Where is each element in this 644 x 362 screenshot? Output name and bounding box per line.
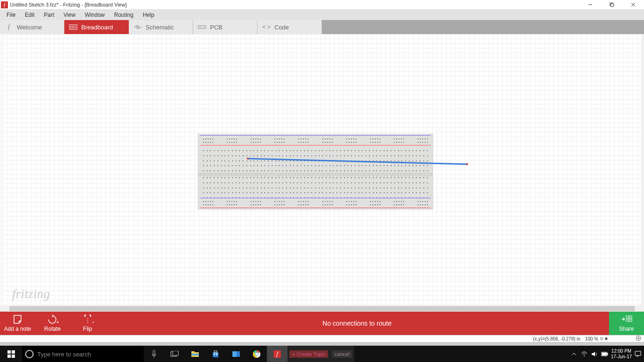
tab-pcb[interactable]: PCB xyxy=(193,20,258,34)
tab-breadboard[interactable]: Breadboard xyxy=(64,20,129,34)
power-rail-bottom xyxy=(198,198,433,208)
tab-schematic[interactable]: Schematic xyxy=(129,20,193,34)
rail-line-blue xyxy=(200,135,431,136)
tab-label: PCB xyxy=(210,24,223,31)
zoom-slider-thumb[interactable] xyxy=(605,337,608,340)
code-icon: < > xyxy=(262,24,271,30)
tab-label: Welcome xyxy=(17,24,42,31)
svg-rect-47 xyxy=(602,353,607,355)
svg-rect-10 xyxy=(198,26,206,28)
svg-rect-18 xyxy=(630,316,632,318)
routing-status: No connections to route xyxy=(105,320,609,327)
share-button[interactable]: Share xyxy=(609,312,644,335)
menu-part[interactable]: Part xyxy=(39,10,59,20)
svg-point-11 xyxy=(200,27,201,28)
svg-point-44 xyxy=(584,355,585,356)
terminal-strip-bottom xyxy=(203,177,428,199)
taskbar-app-chrome[interactable] xyxy=(246,346,267,362)
rail-line-red xyxy=(200,145,431,146)
tab-label: Code xyxy=(274,24,289,31)
svg-rect-28 xyxy=(153,350,155,355)
menu-edit[interactable]: Edit xyxy=(20,10,39,20)
cancel-button[interactable]: cancel xyxy=(332,350,352,358)
tool-label: Add a note xyxy=(4,326,31,332)
svg-rect-40 xyxy=(237,351,240,357)
action-center-icon[interactable] xyxy=(634,350,642,358)
taskbar-search[interactable]: Type here to search xyxy=(22,346,144,362)
svg-rect-26 xyxy=(7,355,11,358)
taskbar-clock[interactable]: 12:00 PM 17-Jun-17 xyxy=(611,348,632,360)
breadboard-icon xyxy=(69,24,77,30)
bottom-toolbar: Add a note Rotate Flip No connections to… xyxy=(0,312,644,335)
window-titlebar: f Untitled Sketch 3.fzz* - Fritzing - [B… xyxy=(0,0,644,10)
system-tray[interactable]: 12:00 PM 17-Jun-17 xyxy=(570,346,644,362)
horizontal-scrollbar[interactable] xyxy=(0,306,644,312)
svg-rect-39 xyxy=(232,351,237,357)
taskbar-app-fritzing[interactable]: f xyxy=(267,346,287,362)
task-view-button[interactable] xyxy=(164,346,185,362)
svg-rect-33 xyxy=(191,351,195,353)
menu-view[interactable]: View xyxy=(59,10,80,20)
svg-rect-38 xyxy=(216,354,217,355)
rotate-button[interactable]: Rotate xyxy=(35,312,70,335)
tab-code[interactable]: < > Code xyxy=(258,20,322,34)
tab-label: Schematic xyxy=(146,24,174,31)
power-rail-top xyxy=(198,135,433,146)
schematic-icon xyxy=(133,24,142,30)
battery-icon[interactable] xyxy=(601,350,609,358)
flip-button[interactable]: Flip xyxy=(70,312,105,335)
svg-rect-48 xyxy=(635,351,641,355)
menu-file[interactable]: File xyxy=(2,10,20,20)
start-button[interactable] xyxy=(0,350,22,358)
wifi-icon[interactable] xyxy=(580,350,588,358)
tray-chevron-icon[interactable] xyxy=(570,350,578,358)
rail-line-blue xyxy=(200,198,431,198)
create-topic-button[interactable]: + Create Topic xyxy=(289,350,328,358)
coordinates-display: (x,y)=(5.856, -0.278) in xyxy=(533,336,580,341)
svg-point-15 xyxy=(466,163,468,165)
taskbar-app-store[interactable] xyxy=(205,346,226,362)
svg-rect-46 xyxy=(607,353,608,355)
share-icon xyxy=(621,315,633,325)
wire-component[interactable] xyxy=(247,158,469,165)
scrollbar-thumb[interactable] xyxy=(9,306,635,311)
svg-rect-34 xyxy=(191,354,199,355)
svg-rect-31 xyxy=(173,351,178,355)
zoom-out-icon[interactable] xyxy=(600,337,603,340)
note-icon xyxy=(13,314,23,325)
menu-help[interactable]: Help xyxy=(138,10,159,20)
volume-icon[interactable] xyxy=(590,350,599,358)
svg-rect-19 xyxy=(626,319,629,321)
tab-label: Breadboard xyxy=(81,24,113,31)
cortana-mic-button[interactable] xyxy=(144,346,164,362)
center-gap xyxy=(198,173,433,176)
add-note-button[interactable]: Add a note xyxy=(0,312,35,335)
close-button[interactable] xyxy=(623,0,644,10)
clock-time: 12:00 PM xyxy=(611,348,632,354)
menu-window[interactable]: Window xyxy=(80,10,110,20)
maximize-button[interactable] xyxy=(601,0,623,10)
zoom-in-icon[interactable] xyxy=(636,335,641,342)
svg-rect-27 xyxy=(12,355,15,358)
flip-icon xyxy=(82,314,94,325)
zoom-control[interactable]: 100 % xyxy=(585,336,608,341)
svg-rect-35 xyxy=(213,352,218,357)
view-tabstrip: f Welcome Breadboard Schematic PCB < > C… xyxy=(0,20,644,34)
minimize-button[interactable] xyxy=(580,0,601,10)
fritzing-watermark: fritzing xyxy=(12,286,50,301)
zoom-value: 100 % xyxy=(585,336,598,341)
menu-routing[interactable]: Routing xyxy=(110,10,138,20)
canvas-area[interactable]: fritzing xyxy=(0,34,644,312)
background-window-fragment: + Create Topic cancel xyxy=(287,346,354,362)
status-line: (x,y)=(5.856, -0.278) in 100 % xyxy=(0,335,644,342)
resize-edge xyxy=(0,342,644,346)
taskbar-app-mail[interactable] xyxy=(226,346,246,362)
fritzing-app-icon: f xyxy=(273,350,281,358)
vertical-scrollbar[interactable] xyxy=(641,34,644,312)
taskbar-app-explorer[interactable] xyxy=(185,346,205,362)
cortana-icon xyxy=(25,350,34,358)
app-icon: f xyxy=(1,1,8,8)
breadboard-component[interactable] xyxy=(198,134,433,209)
tab-welcome[interactable]: f Welcome xyxy=(0,20,64,34)
svg-rect-2 xyxy=(611,4,614,7)
